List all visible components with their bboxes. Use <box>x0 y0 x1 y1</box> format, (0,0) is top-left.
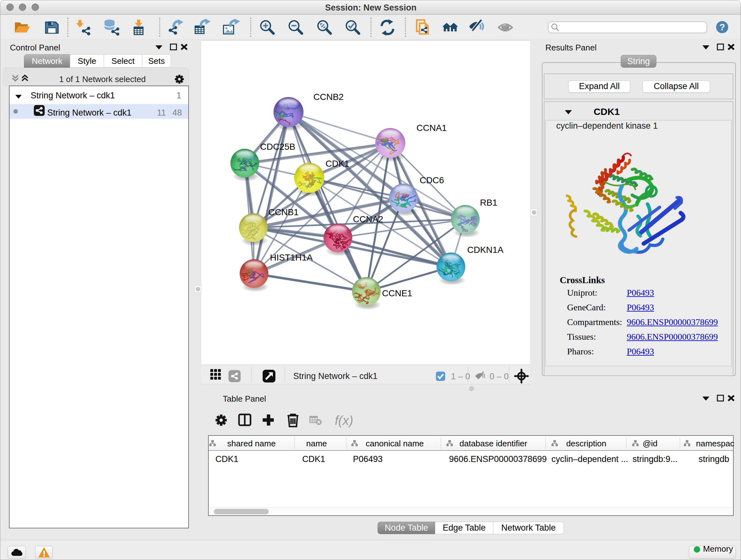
svg-text:CDK1: CDK1 <box>326 159 349 169</box>
svg-text:CDC6: CDC6 <box>420 175 444 185</box>
svg-text:f(x): f(x) <box>335 414 353 428</box>
svg-text:RB1: RB1 <box>480 198 497 207</box>
svg-text:String Network – cdk1: String Network – cdk1 <box>293 371 378 381</box>
svg-text:?: ? <box>719 22 725 32</box>
svg-text:CDC25B: CDC25B <box>260 142 295 152</box>
svg-text:HIST1H1A: HIST1H1A <box>270 253 313 262</box>
svg-text:CCNB2: CCNB2 <box>313 92 344 102</box>
svg-text:CCNA1: CCNA1 <box>416 123 447 133</box>
svg-text:CCNA2: CCNA2 <box>353 214 383 224</box>
svg-text:CDKN1A: CDKN1A <box>467 245 503 255</box>
svg-text:CCNB1: CCNB1 <box>268 207 299 217</box>
svg-text:0 – 0: 0 – 0 <box>489 372 509 381</box>
svg-text:1 – 0: 1 – 0 <box>451 372 470 381</box>
svg-text:CCNE1: CCNE1 <box>382 288 412 298</box>
